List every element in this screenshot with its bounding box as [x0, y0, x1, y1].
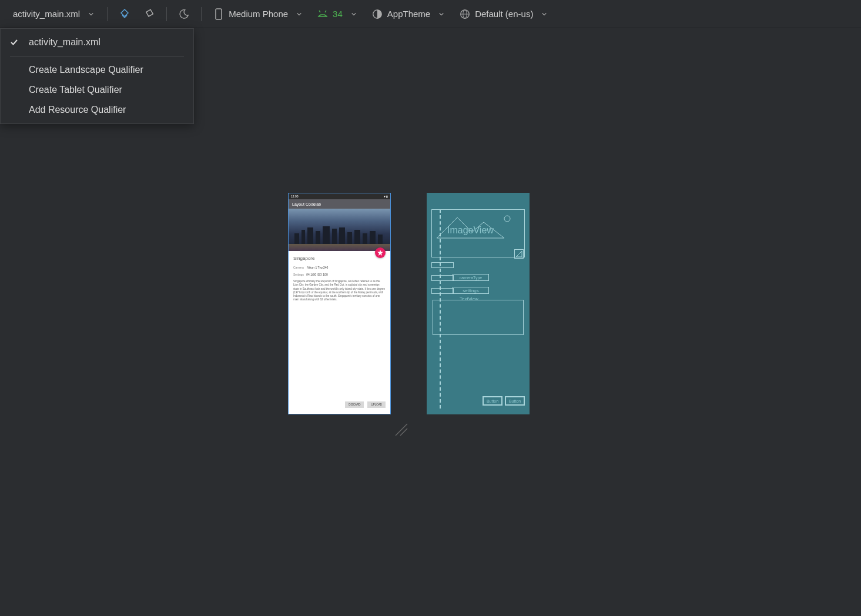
menu-item-label: Create Landscape Qualifier [29, 65, 143, 75]
chevron-down-icon [537, 8, 550, 21]
file-name-label: activity_main.xml [13, 9, 80, 19]
blueprint-imageview-label: ImageView [447, 225, 494, 236]
locale-label: Default (en-us) [475, 9, 533, 19]
chevron-down-icon [346, 8, 359, 21]
api-level-label: 34 [333, 9, 343, 19]
camera-row: Camera Nikon 1 Typ 240 [293, 266, 386, 269]
description-text: Singapore officially the Republic of Sin… [293, 280, 386, 302]
status-time: 12:00 [291, 195, 299, 198]
dropdown-selected-label: activity_main.xml [29, 37, 100, 48]
blueprint-cameratype[interactable]: cameraType [453, 274, 489, 281]
blueprint-textview-small[interactable] [431, 262, 454, 268]
design-preview[interactable]: 12:00 ▼▮ Layout Codelab [288, 193, 391, 414]
api-selector[interactable]: 34 [310, 5, 365, 23]
blueprint-fab[interactable] [514, 249, 524, 259]
locale-selector[interactable]: Default (en-us) [453, 5, 555, 23]
device-selector[interactable]: Medium Phone [206, 5, 310, 23]
phone-icon [212, 8, 225, 21]
button-row: DISCARD UPLOAD [345, 401, 386, 408]
rotate-icon [143, 8, 156, 21]
globe-icon [458, 8, 471, 21]
discard-button[interactable]: DISCARD [345, 401, 364, 408]
svg-point-2 [324, 14, 325, 15]
orientation-toggle[interactable] [137, 5, 162, 23]
moon-icon [177, 8, 190, 21]
svg-point-1 [320, 14, 321, 15]
blueprint-button-1[interactable]: Button [483, 396, 502, 406]
blueprint-textview-body[interactable] [433, 300, 524, 335]
design-surface-toggle[interactable] [112, 5, 137, 23]
dropdown-item-tablet[interactable]: Create Tablet Qualifier [1, 80, 193, 100]
header-image-view [289, 209, 390, 251]
diamond-stack-icon [118, 8, 131, 21]
contrast-icon [371, 8, 384, 21]
blueprint-button-2[interactable]: Button [505, 396, 525, 406]
check-icon [10, 38, 22, 46]
phone-status-bar: 12:00 ▼▮ [289, 193, 390, 199]
dropdown-item-resource[interactable]: Add Resource Qualifier [1, 100, 193, 120]
resize-handle[interactable] [391, 419, 408, 437]
separator [166, 7, 167, 21]
theme-label: AppTheme [387, 9, 430, 19]
svg-point-7 [504, 216, 510, 222]
chevron-down-icon [83, 8, 96, 21]
settings-row: Settings f/4 1/80 ISO 100 [293, 273, 386, 276]
star-icon [377, 250, 383, 256]
separator [107, 7, 108, 21]
file-selector[interactable]: activity_main.xml [7, 5, 102, 23]
device-label: Medium Phone [229, 9, 288, 19]
blueprint-textview-small[interactable] [431, 288, 454, 294]
android-icon [316, 8, 329, 21]
app-title: Layout Codelab [292, 202, 321, 206]
app-bar: Layout Codelab [289, 199, 390, 209]
svg-rect-0 [216, 9, 222, 19]
menu-divider [10, 56, 184, 56]
status-icons: ▼▮ [383, 195, 388, 198]
location-title: Singapore [293, 256, 386, 261]
file-dropdown-menu: activity_main.xml Create Landscape Quali… [0, 28, 194, 124]
menu-item-label: Add Resource Qualifier [29, 105, 126, 115]
blueprint-settings[interactable]: settings [453, 287, 489, 294]
content-area: Singapore Camera Nikon 1 Typ 240 Setting… [289, 251, 390, 307]
fab-button[interactable] [375, 247, 386, 258]
upload-button[interactable]: UPLOAD [367, 401, 386, 408]
menu-item-label: Create Tablet Qualifier [29, 85, 122, 95]
blueprint-textview-small[interactable] [431, 275, 454, 281]
blueprint-preview[interactable]: ImageView cameraType settings TextView B… [427, 193, 530, 414]
dropdown-item-current-file[interactable]: activity_main.xml [1, 32, 193, 52]
separator [201, 7, 202, 21]
night-mode-toggle[interactable] [172, 5, 196, 23]
theme-selector[interactable]: AppTheme [365, 5, 453, 23]
chevron-down-icon [434, 8, 447, 21]
dropdown-item-landscape[interactable]: Create Landscape Qualifier [1, 60, 193, 80]
resize-handle-icon [391, 419, 408, 437]
chevron-down-icon [292, 8, 304, 21]
editor-toolbar: activity_main.xml Medium Phone 34 [0, 0, 861, 28]
